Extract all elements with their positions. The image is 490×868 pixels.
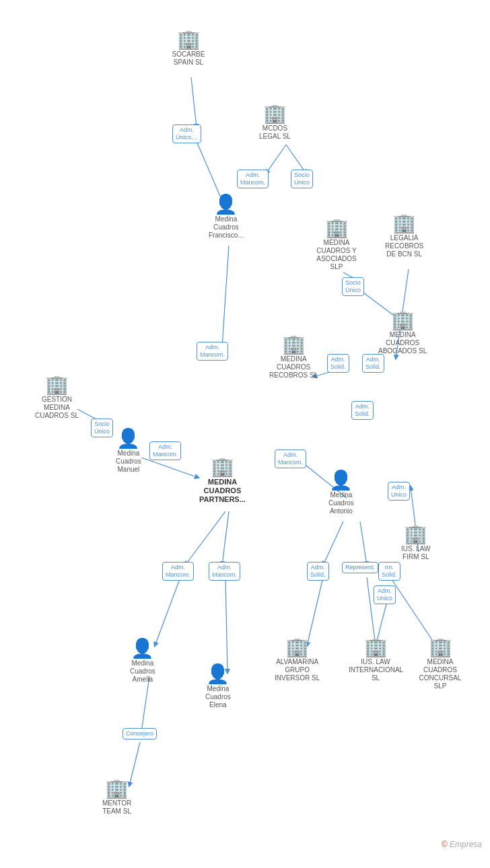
building-icon-concursal: 🏢 — [429, 638, 452, 657]
badge-represent: Represent. — [342, 562, 378, 573]
badge-adm-unico-3: Adm.Unico — [374, 585, 396, 604]
node-legalia: 🏢 LEGALIARECOBROSDE BCN SL — [385, 214, 423, 258]
building-icon-abogados: 🏢 — [391, 311, 415, 330]
building-icon-main: 🏢 — [211, 458, 234, 476]
label-alvamarina: ALVAMARINAGRUPOINVERSOR SL — [275, 658, 320, 682]
building-icon-ius-int: 🏢 — [364, 638, 388, 657]
svg-line-0 — [191, 77, 197, 128]
building-icon-alvamarina: 🏢 — [285, 638, 309, 657]
person-icon-manuel: 👤 — [116, 429, 140, 448]
label-elena: MedinaCuadrosElena — [205, 685, 231, 709]
svg-line-18 — [360, 521, 367, 565]
label-ius-int: IUS. LAWINTERNACIONALSL — [349, 658, 403, 682]
building-icon-legalia: 🏢 — [392, 214, 416, 233]
badge-adm-solid-1: Adm.Solid. — [327, 354, 349, 373]
label-asociados: MEDINACUADROS YASOCIADOS SLP — [310, 239, 363, 271]
label-concursal: MEDINACUADROSCONCURSAL SLP — [413, 658, 467, 690]
svg-line-4 — [222, 246, 229, 347]
label-antonio: MedinaCuadrosAntonio — [328, 491, 354, 515]
label-ius-firm: IUS. LAWFIRM SL — [401, 545, 431, 561]
badge-adm-mancom-1: Adm.Mancom. — [237, 170, 269, 188]
node-gestion-medina: 🏢 GESTIONMEDINACUADROS SL — [35, 375, 79, 420]
svg-line-14 — [155, 577, 180, 646]
label-mcdos: MCDOSLEGAL SL — [259, 124, 291, 141]
svg-line-17 — [307, 577, 323, 646]
person-icon-amelia: 👤 — [131, 639, 154, 658]
label-gestion: GESTIONMEDINACUADROS SL — [35, 396, 79, 420]
node-medina-antonio: 👤 MedinaCuadrosAntonio — [328, 471, 354, 515]
badge-adm-mancom-5: Adm.Mancom. — [162, 562, 194, 581]
node-medina-asociados: 🏢 MEDINACUADROS YASOCIADOS SLP — [310, 219, 363, 271]
svg-line-11 — [141, 458, 199, 478]
label-manuel: MedinaCuadrosManuel — [116, 449, 141, 474]
svg-line-15 — [225, 577, 228, 673]
badge-adm-unico-1: Adm.Único,... — [172, 124, 201, 143]
badge-adm-mancom-3: Adm.Mancom. — [149, 441, 181, 460]
svg-line-23 — [141, 676, 149, 732]
badge-adm-solid-2: Adm.Solid. — [362, 354, 384, 373]
node-main-company: 🏢 MEDINACUADROSPARTNERS... — [199, 458, 246, 505]
building-icon-asociados: 🏢 — [325, 219, 349, 238]
building-icon-ius-firm: 🏢 — [404, 525, 427, 544]
badge-adm-solid-4: Adm.Solid. — [307, 562, 329, 581]
node-ius-law-firm: 🏢 IUS. LAWFIRM SL — [401, 525, 431, 561]
badge-socio-unico-2: SocioÚnico — [342, 277, 364, 296]
building-icon-gestion: 🏢 — [45, 375, 69, 394]
badge-socio-unico-3: SocioÚnico — [91, 419, 113, 437]
label-mentor: MENTORTEAM SL — [102, 799, 131, 816]
label-francisco: MedinaCuadrosFrancisco... — [209, 215, 244, 240]
person-icon-antonio: 👤 — [329, 471, 353, 490]
svg-line-2 — [266, 145, 286, 174]
label-legalia: LEGALIARECOBROSDE BCN SL — [385, 234, 423, 258]
building-icon-mcdos: 🏢 — [263, 104, 287, 123]
node-mentor-team: 🏢 MENTORTEAM SL — [102, 779, 131, 816]
svg-line-16 — [323, 521, 343, 565]
watermark: © Empresa — [442, 840, 482, 849]
label-main: MEDINACUADROSPARTNERS... — [199, 478, 246, 505]
node-alvamarina: 🏢 ALVAMARINAGRUPOINVERSOR SL — [275, 638, 320, 682]
svg-line-13 — [222, 511, 229, 565]
label-abogados: MEDINACUADROSABOGADOS SL — [378, 331, 427, 355]
node-medina-francisco: 👤 MedinaCuadrosFrancisco... — [209, 195, 244, 240]
svg-line-12 — [185, 511, 225, 565]
badge-consejero: Consejero — [123, 728, 157, 739]
building-icon-recobros: 🏢 — [282, 335, 306, 354]
node-medina-amelia: 👤 MedinaCuadrosAmelia — [130, 639, 155, 684]
person-icon-francisco: 👤 — [214, 195, 238, 214]
node-medina-recobros: 🏢 MEDINACUADROSRECOBROS SL — [269, 335, 318, 379]
node-medina-manuel: 👤 MedinaCuadrosManuel — [116, 429, 141, 474]
label-socarbe: SOCARBE SPAIN SL — [162, 50, 215, 67]
node-medina-concursal: 🏢 MEDINACUADROSCONCURSAL SLP — [413, 638, 467, 690]
node-mcdos: 🏢 MCDOSLEGAL SL — [259, 104, 291, 141]
node-medina-elena: 👤 MedinaCuadrosElena — [205, 665, 231, 709]
building-icon-mentor: 🏢 — [105, 779, 129, 798]
badge-rm-solid: rm.Solid. — [378, 562, 400, 581]
badge-adm-mancom-6: Adm.Mancom. — [209, 562, 240, 581]
building-icon-socarbe: 🏢 — [177, 30, 201, 49]
svg-line-20 — [390, 577, 436, 646]
badge-adm-mancom-2: Adm.Mancom. — [197, 342, 228, 361]
label-recobros: MEDINACUADROSRECOBROS SL — [269, 355, 318, 379]
node-ius-internacional: 🏢 IUS. LAWINTERNACIONALSL — [349, 638, 403, 682]
badge-socio-unico-1: SocioÚnico — [291, 170, 313, 188]
node-socarbe: 🏢 SOCARBE SPAIN SL — [162, 30, 215, 67]
node-medina-abogados: 🏢 MEDINACUADROSABOGADOS SL — [378, 311, 427, 355]
person-icon-elena: 👤 — [206, 665, 230, 684]
org-chart-diagram: 🏢 SOCARBE SPAIN SL 🏢 MCDOSLEGAL SL 👤 Med… — [0, 0, 490, 855]
label-amelia: MedinaCuadrosAmelia — [130, 659, 155, 684]
connection-lines — [0, 0, 490, 855]
badge-adm-mancom-4: Adm.Mancom. — [275, 449, 306, 468]
badge-adm-unico-2: Adm.Unico — [388, 482, 410, 501]
badge-adm-solid-3: Adm.Solid. — [351, 401, 374, 420]
